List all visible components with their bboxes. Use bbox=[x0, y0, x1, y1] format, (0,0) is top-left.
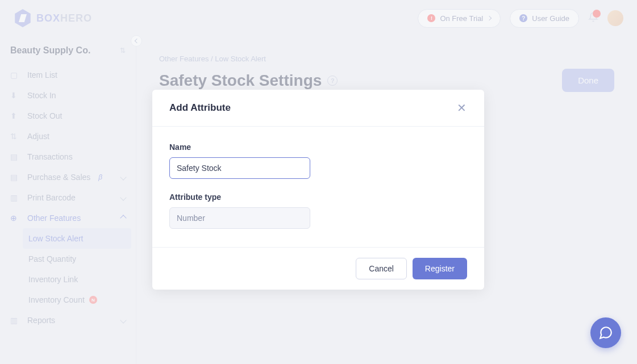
name-label: Name bbox=[169, 143, 467, 152]
type-label: Attribute type bbox=[169, 193, 467, 202]
close-button[interactable]: ✕ bbox=[456, 102, 467, 114]
modal-header: Add Attribute ✕ bbox=[152, 90, 484, 127]
modal-title: Add Attribute bbox=[169, 102, 231, 114]
name-input[interactable] bbox=[169, 157, 310, 179]
chat-fab[interactable] bbox=[590, 317, 621, 348]
modal-footer: Cancel Register bbox=[152, 247, 484, 290]
add-attribute-modal: Add Attribute ✕ Name Attribute type Canc… bbox=[152, 90, 484, 290]
chat-icon bbox=[598, 325, 613, 340]
register-button[interactable]: Register bbox=[413, 258, 467, 279]
cancel-button[interactable]: Cancel bbox=[356, 258, 407, 279]
type-input bbox=[169, 207, 310, 229]
name-field-group: Name bbox=[169, 143, 467, 179]
modal-body: Name Attribute type bbox=[152, 127, 484, 247]
type-field-group: Attribute type bbox=[169, 193, 467, 229]
